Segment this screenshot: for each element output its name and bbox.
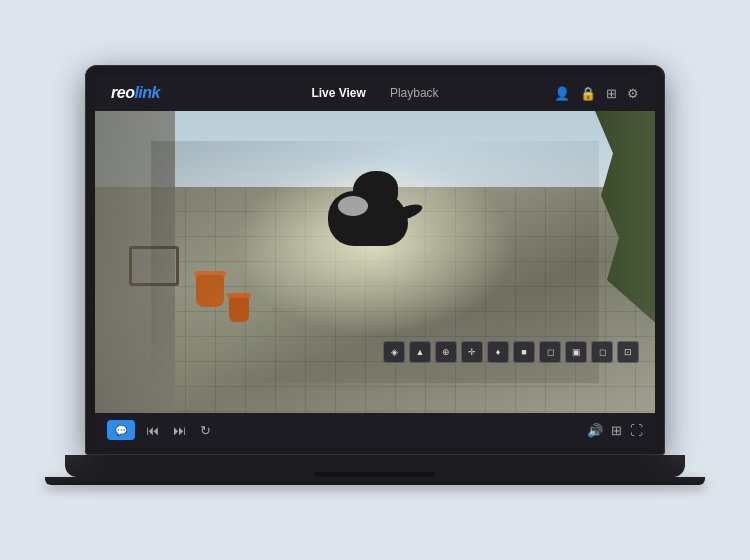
person-icon[interactable]: 👤 bbox=[554, 86, 570, 101]
forward-button[interactable]: ⏭ bbox=[170, 421, 189, 440]
laptop-feet bbox=[45, 477, 705, 485]
grid-view-icon[interactable]: ⊞ bbox=[611, 423, 622, 438]
record-btn[interactable]: ■ bbox=[513, 341, 535, 363]
nav-icons: 👤 🔒 ⊞ ⚙ bbox=[554, 86, 639, 101]
grid-icon[interactable]: ⊞ bbox=[606, 86, 617, 101]
ptz-btn[interactable]: ✛ bbox=[461, 341, 483, 363]
logo: reolink bbox=[111, 84, 160, 102]
fullscreen-icon[interactable]: ⛶ bbox=[630, 423, 643, 438]
nav-bar: reolink Live View Playback 👤 🔒 ⊞ ⚙ bbox=[95, 75, 655, 111]
color-btn[interactable]: ▣ bbox=[565, 341, 587, 363]
lock-icon[interactable]: 🔒 bbox=[580, 86, 596, 101]
laptop-hinge bbox=[315, 472, 435, 477]
control-left: 💬 ⏮ ⏭ ↻ bbox=[107, 420, 214, 440]
laptop-base bbox=[65, 455, 685, 477]
volume-icon[interactable]: 🔊 bbox=[587, 423, 603, 438]
mic-btn[interactable]: ♦ bbox=[487, 341, 509, 363]
gear-icon[interactable]: ⚙ bbox=[627, 86, 639, 101]
nav-playback[interactable]: Playback bbox=[390, 86, 439, 100]
camera-scene bbox=[95, 111, 655, 413]
screen-bezel: reolink Live View Playback 👤 🔒 ⊞ ⚙ bbox=[85, 65, 665, 455]
toolbar-overlay: ◈ ▲ ⊕ ✛ ♦ ■ ◻ ▣ ◻ ⊡ bbox=[383, 341, 639, 363]
screen: reolink Live View Playback 👤 🔒 ⊞ ⚙ bbox=[95, 75, 655, 447]
laptop-container: reolink Live View Playback 👤 🔒 ⊞ ⚙ bbox=[65, 65, 685, 495]
motion-detect-btn[interactable]: ◈ bbox=[383, 341, 405, 363]
settings-btn[interactable]: ◻ bbox=[591, 341, 613, 363]
expand-btn[interactable]: ⊡ bbox=[617, 341, 639, 363]
zoom-btn[interactable]: ⊕ bbox=[435, 341, 457, 363]
refresh-button[interactable]: ↻ bbox=[197, 421, 214, 440]
alert-btn[interactable]: ▲ bbox=[409, 341, 431, 363]
chat-button[interactable]: 💬 bbox=[107, 420, 135, 440]
control-bar: 💬 ⏮ ⏭ ↻ 🔊 ⊞ ⛶ bbox=[95, 413, 655, 447]
snapshot-btn[interactable]: ◻ bbox=[539, 341, 561, 363]
nav-links: Live View Playback bbox=[311, 86, 438, 100]
rewind-button[interactable]: ⏮ bbox=[143, 421, 162, 440]
nav-live-view[interactable]: Live View bbox=[311, 86, 365, 100]
control-right: 🔊 ⊞ ⛶ bbox=[587, 423, 643, 438]
video-area: ◈ ▲ ⊕ ✛ ♦ ■ ◻ ▣ ◻ ⊡ bbox=[95, 111, 655, 413]
